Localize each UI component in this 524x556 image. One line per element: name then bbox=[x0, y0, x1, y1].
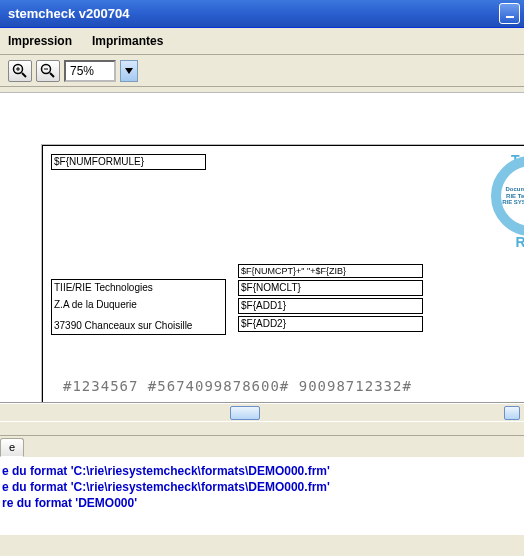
log-line: e du format 'C:\rie\riesystemcheck\forma… bbox=[2, 463, 522, 479]
scrollbar-thumb[interactable] bbox=[230, 406, 260, 420]
stamp-circle: Documents Demo RIE Technologies RIE SYST… bbox=[491, 156, 524, 236]
field-add1: $F{ADD1} bbox=[238, 298, 423, 314]
stamp-text-bottom: R.I.E bbox=[491, 234, 524, 250]
field-add2: $F{ADD2} bbox=[238, 316, 423, 332]
sender-line1: TIIE/RIE Technologies bbox=[54, 282, 223, 293]
svg-line-2 bbox=[22, 73, 26, 77]
tab-log[interactable]: e bbox=[0, 438, 24, 457]
sender-address-box: TIIE/RIE Technologies Z.A de la Duquerie… bbox=[51, 279, 226, 335]
zoom-out-button[interactable] bbox=[36, 60, 60, 82]
stamp-logo: T.I.I.E Documents Demo RIE Technologies … bbox=[491, 156, 524, 246]
window-title-bar: stemcheck v200704 bbox=[0, 0, 524, 28]
window-title: stemcheck v200704 bbox=[8, 6, 129, 21]
menu-impression[interactable]: Impression bbox=[4, 32, 76, 50]
check-document: $F{NUMFORMULE} T.I.I.E Documents Demo RI… bbox=[42, 145, 524, 403]
minimize-button[interactable] bbox=[499, 3, 520, 24]
field-num-formule: $F{NUMFORMULE} bbox=[51, 154, 206, 170]
micr-line: #1234567 #5674099878600# 90098712332# bbox=[63, 378, 524, 394]
field-numcpt-zib: $F{NUMCPT}+" "+$F{ZIB} bbox=[238, 264, 423, 278]
zoom-value: 75% bbox=[70, 64, 94, 78]
svg-marker-8 bbox=[125, 68, 133, 74]
stamp-center-text: Documents Demo RIE Technologies RIE SYST… bbox=[502, 186, 524, 206]
field-nomclt: $F{NOMCLT} bbox=[238, 280, 423, 296]
tabs-row: e bbox=[0, 435, 524, 457]
svg-line-6 bbox=[50, 73, 54, 77]
zoom-in-button[interactable] bbox=[8, 60, 32, 82]
log-line: e du format 'C:\rie\riesystemcheck\forma… bbox=[2, 479, 522, 495]
splitter-bar[interactable] bbox=[0, 421, 524, 435]
zoom-level-input[interactable]: 75% bbox=[64, 60, 116, 82]
menu-bar: Impression Imprimantes bbox=[0, 28, 524, 55]
toolbar: 75% bbox=[0, 55, 524, 87]
status-bar bbox=[0, 534, 524, 556]
scrollbar-arrow-right[interactable] bbox=[504, 406, 520, 420]
menu-imprimantes[interactable]: Imprimantes bbox=[88, 32, 167, 50]
sender-line3: 37390 Chanceaux sur Choisille bbox=[54, 320, 223, 331]
log-line: re du format 'DEMO000' bbox=[2, 495, 522, 511]
svg-rect-0 bbox=[506, 16, 514, 18]
horizontal-scrollbar[interactable] bbox=[0, 403, 524, 421]
print-preview-area[interactable]: $F{NUMFORMULE} T.I.I.E Documents Demo RI… bbox=[0, 93, 524, 403]
zoom-dropdown-button[interactable] bbox=[120, 60, 138, 82]
sender-line2: Z.A de la Duquerie bbox=[54, 299, 223, 310]
